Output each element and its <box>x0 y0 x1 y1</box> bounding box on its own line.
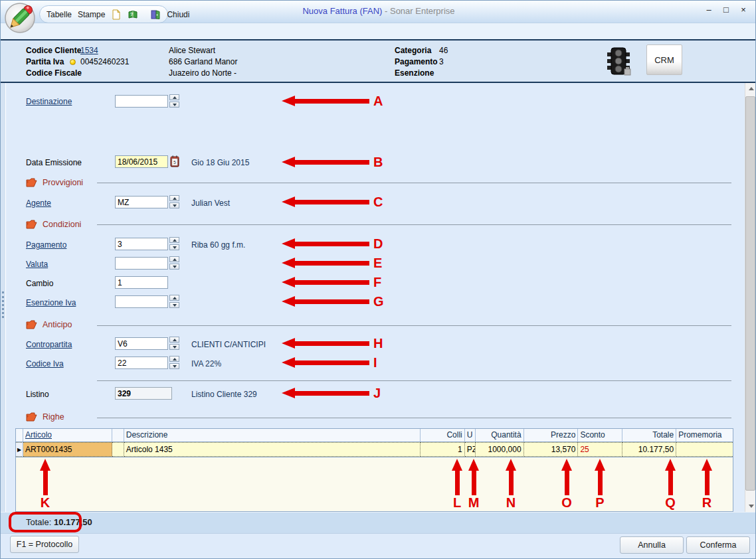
destinazione-spinner[interactable] <box>169 94 179 108</box>
esenzione-iva-spinner[interactable] <box>169 295 179 308</box>
col-header-totale[interactable]: Totale <box>622 429 676 441</box>
header-bottom-divider <box>1 82 756 83</box>
scrollbar-thumb[interactable] <box>745 96 755 491</box>
spinner-down-icon[interactable] <box>169 302 179 308</box>
valuta-spinner[interactable] <box>169 256 179 270</box>
col-header-gap <box>112 429 124 441</box>
annulla-button[interactable]: Annulla <box>620 536 684 554</box>
contropartita-label-link[interactable]: Contropartita <box>26 340 72 349</box>
spinner-down-icon[interactable] <box>169 244 179 250</box>
spinner-up-icon[interactable] <box>169 237 179 243</box>
toolbar-item-tabelle[interactable]: Tabelle <box>47 10 72 19</box>
spinner-up-icon[interactable] <box>169 94 179 100</box>
crm-button[interactable]: CRM <box>646 44 682 75</box>
listino-desc: Listino Cliente 329 <box>191 390 257 399</box>
spinner-up-icon[interactable] <box>169 337 179 343</box>
spinner-down-icon[interactable] <box>169 202 179 208</box>
codice-iva-spinner[interactable] <box>169 356 179 369</box>
col-header-articolo[interactable]: Articolo <box>23 429 112 441</box>
close-button[interactable]: × <box>738 5 749 15</box>
col-header-descrizione[interactable]: Descrizione <box>124 429 421 441</box>
col-header-colli[interactable]: Colli <box>421 429 465 441</box>
spinner-down-icon[interactable] <box>169 363 179 369</box>
partita-iva-label: Partita Iva <box>26 57 64 66</box>
cell-quantita[interactable]: 1000,000 <box>476 442 524 457</box>
toolbar-item-stampe[interactable]: Stampe <box>78 10 105 19</box>
cell-totale[interactable]: 10.177,50 <box>622 442 676 457</box>
agente-label-link[interactable]: Agente <box>26 199 51 208</box>
minimize-button[interactable]: – <box>704 5 714 15</box>
customer-street: 686 Garland Manor <box>169 57 237 66</box>
app-logo-pencil-icon[interactable] <box>4 2 36 34</box>
esenzione-iva-input[interactable] <box>115 295 168 308</box>
contropartita-spinner[interactable] <box>169 337 179 350</box>
new-document-icon[interactable] <box>111 9 122 20</box>
section-condizioni: Condizioni <box>26 219 81 229</box>
contropartita-input[interactable] <box>115 337 168 350</box>
col-header-sconto[interactable]: Sconto <box>578 429 622 441</box>
annotation-arrow-b: B <box>282 157 383 167</box>
scrollbar-up-icon[interactable] <box>745 83 756 94</box>
toolbar-item-chiudi[interactable]: Chiudi <box>167 10 189 19</box>
splitter-handle[interactable] <box>2 291 4 318</box>
data-emissione-input[interactable] <box>115 155 168 168</box>
destinazione-label-link[interactable]: Destinazione <box>26 97 72 106</box>
section-provvigioni-title: Provvigioni <box>43 178 83 187</box>
col-header-prezzo[interactable]: Prezzo <box>524 429 579 441</box>
pagamento-label-link[interactable]: Pagamento <box>26 240 66 250</box>
valuta-input[interactable] <box>115 257 168 270</box>
spinner-down-icon[interactable] <box>169 102 179 108</box>
cell-articolo[interactable]: ART0001435 <box>23 442 112 457</box>
help-book-icon[interactable]: ? <box>128 9 138 20</box>
categoria-label: Categoria <box>395 46 431 55</box>
close-door-icon[interactable] <box>150 9 161 20</box>
destinazione-input[interactable] <box>115 95 168 108</box>
cell-colli[interactable]: 1 <box>421 442 465 457</box>
section-divider <box>97 418 731 418</box>
cell-promemoria[interactable] <box>676 442 733 457</box>
conferma-button[interactable]: Conferma <box>686 536 750 554</box>
cell-descrizione[interactable]: Articolo 1435 <box>124 442 421 457</box>
listino-input[interactable] <box>115 387 172 400</box>
maximize-button[interactable]: □ <box>721 5 731 15</box>
col-header-quantita[interactable]: Quantità <box>476 429 524 441</box>
cell-u[interactable]: PZ <box>465 442 476 457</box>
annotation-arrow-c: C <box>282 197 383 207</box>
section-divider <box>97 183 731 183</box>
contropartita-desc: CLIENTI C/ANTICIPI <box>191 340 266 349</box>
spinner-up-icon[interactable] <box>169 356 179 362</box>
cambio-input[interactable] <box>115 276 168 289</box>
spinner-up-icon[interactable] <box>169 256 179 262</box>
agente-spinner[interactable] <box>169 195 179 208</box>
esenzione-iva-label-link[interactable]: Esenzione Iva <box>26 298 76 307</box>
spinner-up-icon[interactable] <box>169 295 179 301</box>
spinner-down-icon[interactable] <box>169 344 179 350</box>
codice-cliente-link[interactable]: 1534 <box>80 46 98 55</box>
traffic-light-icon[interactable] <box>606 47 632 76</box>
cell-prezzo[interactable]: 13,570 <box>524 442 579 457</box>
calendar-icon[interactable]: 5 <box>170 155 179 167</box>
status-bar <box>1 512 756 533</box>
section-anticipo-title: Anticipo <box>43 320 72 329</box>
codice-iva-label-link[interactable]: Codice Iva <box>26 359 64 368</box>
annotation-arrow-k: K <box>35 459 55 510</box>
spinner-down-icon[interactable] <box>169 264 179 270</box>
f1-protocollo-button[interactable]: F1 = Protocollo <box>10 536 79 553</box>
scrollbar-down-icon[interactable] <box>745 501 756 512</box>
pagamento-desc: Riba 60 gg f.m. <box>191 240 245 250</box>
pagamento-input[interactable] <box>115 238 168 250</box>
col-header-promemoria[interactable]: Promemoria <box>676 429 733 441</box>
codice-iva-input[interactable] <box>115 357 168 369</box>
spinner-up-icon[interactable] <box>169 195 179 201</box>
pagamento-spinner[interactable] <box>169 237 179 250</box>
col-header-u[interactable]: U <box>465 429 476 441</box>
righe-table: Articolo Descrizione Colli U Quantità Pr… <box>15 428 733 457</box>
agente-input[interactable] <box>115 196 168 208</box>
annotation-arrow-a: A <box>282 96 383 106</box>
valuta-label-link[interactable]: Valuta <box>26 260 48 269</box>
annotation-arrow-m: M <box>464 459 484 510</box>
annotation-arrow-p: P <box>590 459 610 510</box>
codice-iva-desc: IVA 22% <box>191 359 221 368</box>
cell-sconto[interactable]: 25 <box>578 442 622 457</box>
table-row[interactable]: ▶ ART0001435 Articolo 1435 1 PZ 1000,000… <box>16 442 733 457</box>
